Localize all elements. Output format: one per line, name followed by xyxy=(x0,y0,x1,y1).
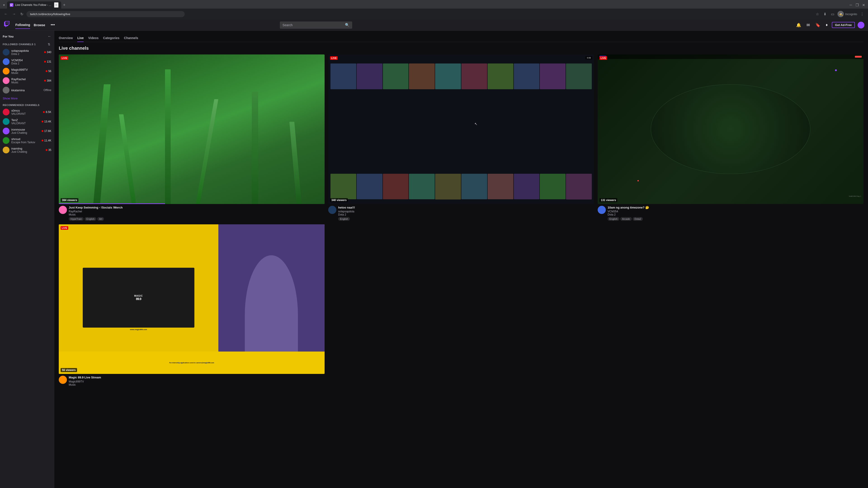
live-dot xyxy=(43,111,45,113)
stream-card-rayrachel[interactable]: LIVE 384 viewers Just Keep Swimming - !S… xyxy=(59,55,324,221)
user-avatar[interactable] xyxy=(858,22,864,29)
get-ad-free-button[interactable]: Get Ad-Free xyxy=(832,22,855,28)
channel-item-s0mcs[interactable]: s0mcs VALORANT 8.5K xyxy=(0,107,54,117)
viewers-count: 131 viewers xyxy=(599,198,617,202)
nav-more-button[interactable]: ••• xyxy=(49,22,57,28)
avatar-rayrachel xyxy=(3,77,9,84)
viewers-count: 56 viewers xyxy=(61,368,77,372)
tab-categories[interactable]: Categories xyxy=(103,34,119,42)
streamer-avatar-magic899tv[interactable] xyxy=(59,376,67,384)
stream-card-magic899tv[interactable]: MAGIC 89.9 www.magic899.com ●LIVE xyxy=(59,224,324,387)
stream-details-solapsapdota: hetoo naa!!! solapsapdota Dota 2 English xyxy=(338,206,594,221)
channel-item-vcm354[interactable]: VCM354 Dota 2 131 xyxy=(0,57,54,66)
channel-info-rayrachel: RayRachel Music xyxy=(11,77,42,84)
tag-art[interactable]: Art xyxy=(97,217,104,221)
channel-item-ironmouse[interactable]: ironmouse Just Chatting 17.6K xyxy=(0,126,54,136)
tag-hypetrain[interactable]: HypeTrain xyxy=(69,217,84,221)
close-button[interactable]: ✕ xyxy=(861,2,866,8)
channel-item-rayrachel[interactable]: RayRachel Music 384 xyxy=(0,76,54,86)
forward-button[interactable]: → xyxy=(11,11,17,18)
show-more-button[interactable]: Show More xyxy=(0,95,54,102)
channel-item-inamiing[interactable]: inamiing Just Chatting 35 xyxy=(0,145,54,155)
channel-game: Music xyxy=(11,71,44,74)
live-dot xyxy=(46,70,48,72)
nav-following[interactable]: Following xyxy=(16,21,30,29)
sidebar-for-you[interactable]: For You ← xyxy=(0,33,54,40)
stream-channel: VCM354 xyxy=(608,210,864,213)
cast-button[interactable]: ▭ xyxy=(830,11,836,18)
sort-button[interactable]: ⇅ xyxy=(47,42,51,46)
followed-channels-actions: ⇅ xyxy=(47,42,51,46)
close-tab-button[interactable]: ✕ xyxy=(54,2,59,8)
bookmarks-button[interactable]: 🔖 xyxy=(814,21,822,29)
tab-list-button[interactable]: ▾ xyxy=(2,2,6,8)
stream-info-vcm354: 10am ng anong timezone? 🤔 VCM354 Dota 2 … xyxy=(598,206,864,221)
messages-button[interactable]: ✉ xyxy=(805,21,811,29)
download-button[interactable]: ⬇ xyxy=(822,11,828,18)
tab-channels[interactable]: Channels xyxy=(124,34,138,42)
channel-item-tenz[interactable]: TenZ VALORANT 13.4K xyxy=(0,117,54,126)
stream-tags: English Arcade Dota2 xyxy=(608,217,864,221)
for-you-label: For You xyxy=(3,35,13,38)
incognito-button[interactable]: 🕵 Incognito xyxy=(837,11,857,17)
top-nav: Following Browse ••• 🔍 🔔 ✉ 🔖 ♦ Get Ad-Fr… xyxy=(0,20,868,31)
stream-details-vcm354: 10am ng anong timezone? 🤔 VCM354 Dota 2 … xyxy=(608,206,864,221)
bookmark-button[interactable]: ☆ xyxy=(814,11,820,18)
reload-button[interactable]: ↻ xyxy=(19,11,25,18)
channel-game: VALORANT xyxy=(11,122,40,125)
tab-overview[interactable]: Overview xyxy=(59,34,73,42)
tab-title: Live Channels You Follow - Twi... xyxy=(15,3,52,6)
stream-title: hetoo naa!!! xyxy=(338,206,594,210)
channel-viewers: 35 xyxy=(46,149,51,152)
tag-english[interactable]: English xyxy=(608,217,619,221)
maximize-button[interactable]: ❐ xyxy=(855,2,860,8)
channel-game: Just Chatting xyxy=(11,150,44,153)
twitch-logo[interactable] xyxy=(4,21,10,29)
streamer-avatar-vcm354[interactable] xyxy=(598,206,606,214)
collapse-icon[interactable]: ← xyxy=(48,34,51,38)
offline-text: Offline xyxy=(43,89,51,92)
stream-title: 10am ng anong timezone? 🤔 xyxy=(608,206,864,210)
menu-button[interactable]: ⋮ xyxy=(859,11,865,18)
stream-details-rayrachel: Just Keep Swimming - !Socials !Merch Ray… xyxy=(69,206,324,221)
tag-english[interactable]: English xyxy=(338,217,350,221)
tag-english[interactable]: English xyxy=(85,217,96,221)
channel-item-magic899tv[interactable]: Magic899TV Music 56 xyxy=(0,66,54,76)
channel-name: inamiing xyxy=(11,147,44,150)
tab-live[interactable]: Live xyxy=(77,34,84,42)
search-bar: 🔍 xyxy=(280,22,352,29)
tag-dota2[interactable]: Dota2 xyxy=(633,217,643,221)
tab-videos[interactable]: Videos xyxy=(88,34,98,42)
address-bar[interactable] xyxy=(26,11,185,17)
minimize-button[interactable]: ─ xyxy=(848,2,854,8)
back-button[interactable]: ← xyxy=(3,11,9,18)
stream-game: Music xyxy=(69,213,324,216)
channel-item-kkatamina[interactable]: kkatamina Offline xyxy=(0,86,54,95)
channel-name: solapsapdota xyxy=(11,49,42,53)
streamer-avatar-solapsapdota[interactable] xyxy=(328,206,336,214)
channel-game: VALORANT xyxy=(11,112,41,116)
crown-button[interactable]: ♦ xyxy=(825,21,829,29)
channel-viewers: 13.4K xyxy=(41,120,51,123)
avatar-shroud xyxy=(3,137,9,144)
active-tab[interactable]: Live Channels You Follow - Twi... ✕ xyxy=(7,1,61,8)
stream-card-solapsapdota[interactable]: 0:06 xyxy=(328,55,594,221)
channel-info-vcm354: VCM354 Dota 2 xyxy=(11,59,42,65)
stream-card-vcm354[interactable]: VulkCAN Day 1 LIVE 131 viewers 10am ng a… xyxy=(598,55,864,221)
nav-browse[interactable]: Browse xyxy=(34,22,45,29)
viewers-count: 340 viewers xyxy=(330,198,348,202)
channel-info-kkatamina: kkatamina xyxy=(11,89,42,92)
sidebar: For You ← FOLLOWED CHANNELS 1 ⇅ solapsap… xyxy=(0,31,54,488)
channel-item-solapsapdota[interactable]: solapsapdota Dota 2 340 xyxy=(0,47,54,57)
search-button[interactable]: 🔍 xyxy=(345,23,349,27)
channel-item-shroud[interactable]: shroud Escape from Tarkov 11.4K xyxy=(0,136,54,145)
channel-viewers: 17.6K xyxy=(41,129,51,133)
notifications-button[interactable]: 🔔 xyxy=(795,21,802,29)
search-input[interactable] xyxy=(283,22,343,29)
new-tab-button[interactable]: + xyxy=(61,2,67,8)
streamer-avatar-rayrachel[interactable] xyxy=(59,206,67,214)
stream-info-solapsapdota: hetoo naa!!! solapsapdota Dota 2 English xyxy=(328,206,594,221)
channel-name: TenZ xyxy=(11,119,40,122)
tag-arcade[interactable]: Arcade xyxy=(620,217,632,221)
stream-channel: Magic899TV xyxy=(69,380,324,383)
